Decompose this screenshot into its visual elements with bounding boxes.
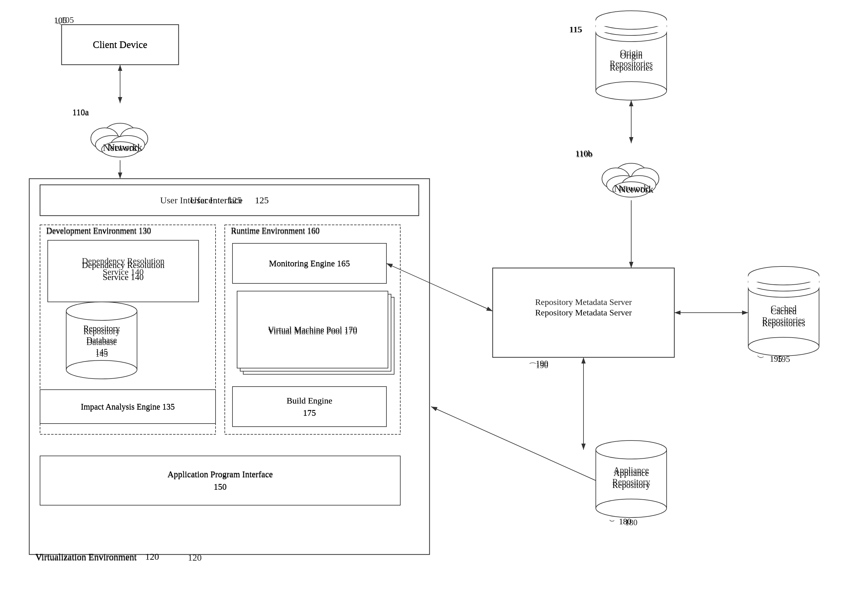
svg-text:User Interface: User Interface	[160, 195, 213, 205]
svg-line-50	[386, 263, 493, 311]
network-a-label: Network	[108, 142, 142, 153]
svg-rect-39	[240, 294, 391, 371]
impact-analysis-label: Impact Analysis Engine 135	[40, 390, 215, 424]
svg-rect-20	[40, 185, 419, 216]
svg-point-32	[66, 360, 137, 379]
label-190: 190	[536, 359, 549, 368]
svg-point-69	[622, 176, 656, 194]
svg-point-75	[748, 279, 819, 297]
svg-text:175: 175	[303, 408, 316, 418]
svg-text:110b: 110b	[576, 149, 593, 159]
label-180: 180	[619, 517, 631, 527]
svg-point-12	[111, 135, 145, 154]
svg-text:Repository Metadata Server: Repository Metadata Server	[535, 297, 632, 307]
svg-point-87	[596, 499, 666, 517]
svg-text:190: 190	[536, 361, 549, 370]
svg-text:Runtime Environment 160: Runtime Environment 160	[231, 227, 319, 236]
svg-text:Service 140: Service 140	[103, 267, 144, 277]
dev-env-label: Development Environment 130	[46, 226, 151, 235]
label-115: 115	[569, 25, 582, 34]
svg-point-68	[607, 176, 640, 194]
svg-rect-47	[40, 456, 400, 505]
svg-text:115: 115	[570, 25, 582, 34]
svg-text:Network: Network	[614, 183, 648, 194]
svg-rect-25	[225, 225, 400, 434]
label-195: 195	[770, 354, 783, 364]
svg-rect-36	[232, 243, 386, 283]
svg-point-9	[91, 128, 119, 149]
svg-point-13	[102, 142, 139, 157]
svg-text:Impact Analysis Engine 135: Impact Analysis Engine 135	[81, 402, 175, 412]
svg-point-76	[748, 337, 819, 356]
monitoring-engine-label: Monitoring Engine 165	[232, 243, 386, 283]
svg-text:150: 150	[214, 482, 226, 492]
svg-rect-27	[48, 240, 198, 302]
client-device-label: Client Device	[62, 25, 178, 65]
svg-text:Monitoring Engine 165: Monitoring Engine 165	[269, 259, 350, 268]
svg-point-59	[596, 11, 666, 29]
svg-text:Repositories: Repositories	[762, 315, 805, 325]
svg-line-91	[431, 407, 596, 480]
cached-repos-label: CachedRepositories	[748, 288, 819, 346]
svg-rect-23	[40, 225, 215, 434]
svg-text:Development Environment 130: Development Environment 130	[46, 227, 151, 236]
api-label: Application Program Interface150	[40, 456, 400, 505]
svg-point-11	[95, 135, 129, 154]
repo-metadata-label: Repository Metadata Server	[493, 268, 674, 357]
svg-point-70	[613, 182, 650, 197]
svg-point-8	[103, 123, 137, 148]
virt-env-label: Virtualization Environment 120	[36, 552, 159, 562]
svg-text:Client Device: Client Device	[93, 39, 147, 50]
svg-text:145: 145	[95, 349, 108, 359]
svg-text:Cached: Cached	[771, 303, 797, 313]
svg-text:120: 120	[188, 552, 202, 562]
svg-rect-42	[232, 387, 386, 427]
svg-text:195: 195	[777, 354, 790, 364]
svg-text:Repositories: Repositories	[610, 59, 653, 68]
dep-res-service-label: Dependency ResolutionService 140	[48, 240, 198, 302]
network-b-label: Network	[619, 183, 653, 195]
svg-text:Origin: Origin	[620, 48, 642, 57]
svg-rect-54	[596, 33, 666, 91]
svg-rect-30	[66, 311, 137, 370]
svg-text:Network: Network	[103, 142, 137, 153]
svg-point-31	[66, 302, 137, 320]
svg-point-10	[120, 128, 148, 149]
svg-text:Virtualization Environment: Virtualization Environment	[36, 552, 137, 562]
svg-rect-4	[62, 25, 178, 65]
svg-point-79	[748, 266, 819, 285]
label-105: 105	[54, 16, 67, 25]
ui-num: 125	[255, 195, 269, 205]
label-110a: 110a	[72, 107, 89, 117]
user-interface-label: User Interface 125	[40, 185, 419, 216]
svg-text:105: 105	[61, 15, 74, 25]
vm-pool-label: Virtual Machine Pool 170	[237, 291, 388, 368]
svg-rect-60	[596, 20, 666, 26]
svg-text:Build Engine: Build Engine	[287, 396, 333, 405]
svg-rect-58	[596, 26, 666, 33]
svg-point-77	[748, 273, 819, 291]
svg-text:Repository: Repository	[84, 327, 120, 336]
svg-text:180: 180	[625, 518, 638, 527]
svg-text:Dependency Resolution: Dependency Resolution	[82, 256, 164, 266]
svg-text:Application Program Interface: Application Program Interface	[167, 469, 273, 479]
svg-point-65	[614, 163, 648, 188]
virt-env-num: 120	[145, 552, 159, 562]
svg-rect-40	[237, 291, 388, 368]
svg-point-55	[596, 23, 666, 42]
svg-point-67	[631, 168, 659, 190]
svg-text:Appliance: Appliance	[613, 465, 649, 475]
svg-rect-51	[493, 268, 674, 357]
appliance-repo-label: ApplianceRepository	[596, 450, 666, 508]
svg-rect-74	[748, 288, 819, 346]
diagram: Client Device 105 Network 110a Virtualiz…	[0, 0, 868, 609]
svg-rect-78	[748, 282, 819, 288]
virt-env-text: Virtualization Environment	[36, 552, 137, 562]
svg-text:125: 125	[228, 195, 242, 205]
runtime-env-label: Runtime Environment 160	[231, 226, 319, 235]
svg-rect-45	[40, 390, 215, 424]
svg-point-86	[596, 441, 666, 459]
svg-text:Repository: Repository	[612, 477, 650, 486]
origin-repos-label: OriginRepositories	[596, 33, 666, 91]
label-110b: 110b	[575, 149, 592, 158]
